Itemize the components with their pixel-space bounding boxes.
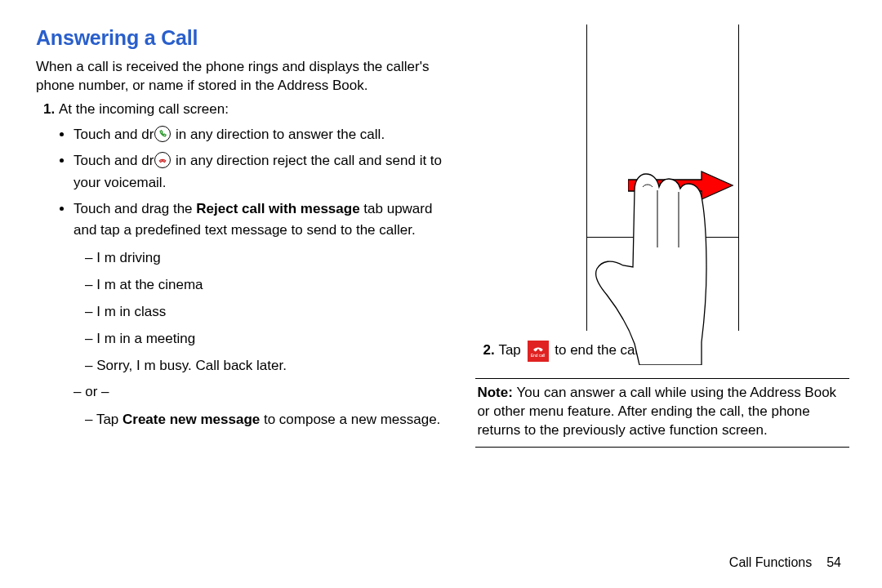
intro-text: When a call is received the phone rings … — [36, 58, 443, 96]
page-footer: Call Functions54 — [729, 555, 841, 570]
preset-msg: I m at the cinema — [85, 274, 443, 296]
bullet-reject: Touch and dr in any direction reject the… — [74, 150, 443, 194]
step-1: At the incoming call screen: Touch and d… — [59, 100, 443, 430]
note-text: You can answer a call while using the Ad… — [477, 385, 836, 438]
preset-msg: I m in a meeting — [85, 327, 443, 350]
bullet-reject-msg: Touch and drag the Reject call with mess… — [74, 198, 443, 430]
reject-call-icon — [154, 152, 171, 168]
answer-call-icon — [154, 126, 171, 142]
section-heading: Answering a Call — [36, 26, 443, 50]
hand-icon — [564, 169, 736, 365]
preset-msg: I m driving — [85, 247, 443, 269]
create-msg: Tap Create new message to compose a new … — [85, 408, 443, 430]
phone-swipe-illustration — [586, 24, 739, 331]
bullet-answer: Touch and dr in any direction to answer … — [74, 124, 443, 145]
note-box: Note: You can answer a call while using … — [475, 378, 849, 448]
or-separator: – or – — [74, 381, 443, 403]
note-label: Note: — [477, 385, 516, 400]
end-call-icon: End call — [528, 341, 549, 362]
preset-msg: I m in class — [85, 301, 443, 323]
preset-msg: Sorry, I m busy. Call back later. — [85, 354, 443, 376]
